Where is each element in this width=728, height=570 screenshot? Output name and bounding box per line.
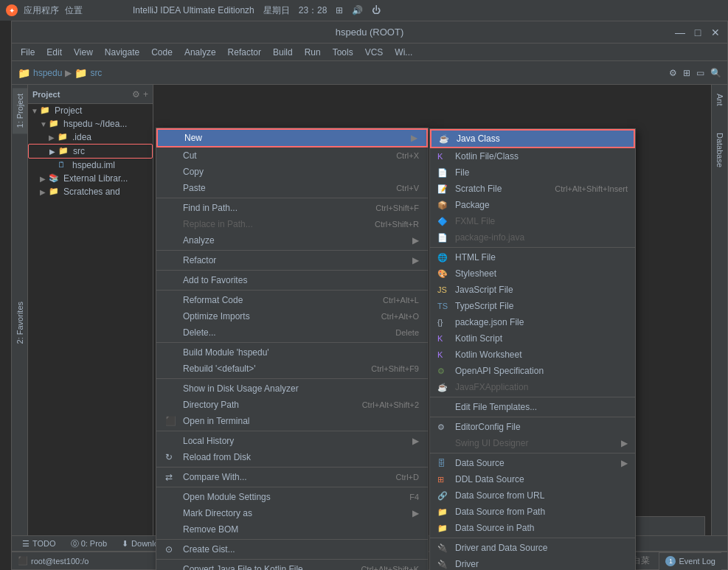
ctx-item-remove-bom[interactable]: Remove BOM <box>156 521 428 538</box>
sub-item-data-source[interactable]: 🗄 Data Source ▶ <box>430 455 635 471</box>
sub-item-java-class[interactable]: ☕ Java Class <box>430 129 635 148</box>
sub-item-js[interactable]: JS JavaScript File <box>430 282 635 298</box>
menu-tools[interactable]: Tools <box>327 46 359 59</box>
ctx-item-disk-usage[interactable]: Show in Disk Usage Analyzer <box>156 380 428 397</box>
toolbar-btn-1[interactable]: ⚙ <box>669 68 677 78</box>
sub-item-ds-in-path[interactable]: 📁 Data Source in Path <box>430 520 635 536</box>
ctx-item-rebuild[interactable]: Rebuild '<default>' Ctrl+Shift+F9 <box>156 361 428 377</box>
menu-wi[interactable]: Wi... <box>389 46 418 59</box>
menu-edit[interactable]: Edit <box>41 46 68 59</box>
todo-icon: ☰ <box>22 539 30 549</box>
sub-item-editorconfig[interactable]: ⚙ EditorConfig File <box>430 419 635 435</box>
ctx-item-refactor[interactable]: Refactor ▶ <box>156 252 428 268</box>
ctx-item-dir-path[interactable]: Directory Path Ctrl+Alt+Shift+2 <box>156 397 428 413</box>
bottom-tab-todo[interactable]: ☰ TODO <box>18 538 60 550</box>
ctx-item-module-settings[interactable]: Open Module Settings F4 <box>156 489 428 505</box>
system-app-label[interactable]: 应用程序 <box>24 4 59 17</box>
ctx-sep-7 <box>156 431 428 431</box>
sub-item-scratch[interactable]: 📝 Scratch File Ctrl+Alt+Shift+Insert <box>430 181 635 197</box>
ctx-item-gist[interactable]: ⊙ Create Gist... <box>156 541 428 557</box>
bottom-tab-problems[interactable]: ⓪ 0: Prob <box>66 537 112 551</box>
sub-item-ds-path[interactable]: 📁 Data Source from Path <box>430 504 635 520</box>
system-position-label[interactable]: 位置 <box>65 4 83 17</box>
ctx-item-paste[interactable]: Paste Ctrl+V <box>156 180 428 196</box>
ctx-item-find-path[interactable]: Find in Path... Ctrl+Shift+F <box>156 200 428 216</box>
right-tab-database[interactable]: Database <box>713 127 727 173</box>
sub-item-ts[interactable]: TS TypeScript File <box>430 298 635 314</box>
tree-item-external[interactable]: ▶ 📚 External Librar... <box>28 172 153 185</box>
ctx-item-copy[interactable]: Copy <box>156 164 428 180</box>
ctx-item-local-history[interactable]: Local History ▶ <box>156 433 428 449</box>
ctx-item-analyze[interactable]: Analyze ▶ <box>156 232 428 248</box>
close-button[interactable]: ✕ <box>710 27 721 38</box>
sub-item-html[interactable]: 🌐 HTML File <box>430 249 635 265</box>
context-menu: New ▶ Cut Ctrl+X Copy Paste Ctrl+V Find … <box>156 128 429 570</box>
menu-analyze[interactable]: Analyze <box>178 46 222 59</box>
sub-item-driver-ds[interactable]: 🔌 Driver and Data Source <box>430 540 635 556</box>
menu-navigate[interactable]: Navigate <box>99 46 145 59</box>
sub-item-kotlin-worksheet[interactable]: K Kotlin Worksheet <box>430 347 635 363</box>
tree-item-scratches[interactable]: ▶ 📁 Scratches and <box>28 185 153 198</box>
ctx-item-replace-path[interactable]: Replace in Path... Ctrl+Shift+R <box>156 216 428 232</box>
tree-item-hspedu[interactable]: ▼ 📁 hspedu ~/Idea... <box>28 117 153 131</box>
menu-vcs[interactable]: VCS <box>359 46 389 59</box>
menu-code[interactable]: Code <box>145 46 178 59</box>
ctx-item-new[interactable]: New ▶ <box>156 128 428 147</box>
tree-item-iml[interactable]: 🗒 hspedu.iml <box>28 159 153 172</box>
ctx-item-compare[interactable]: ⇄ Compare With... Ctrl+D <box>156 469 428 485</box>
panel-settings-icon[interactable]: ⚙ <box>132 89 140 100</box>
toolbar-icon-src: 📁 <box>74 67 87 79</box>
sub-item-openapi[interactable]: ⚙ OpenAPI Specification <box>430 363 635 379</box>
sub-item-swing[interactable]: Swing UI Designer ▶ <box>430 435 635 451</box>
panel-add-icon[interactable]: + <box>143 89 148 100</box>
sub-item-ddl[interactable]: ⊞ DDL Data Source <box>430 471 635 487</box>
tree-item-project[interactable]: ▼ 📁 Project <box>28 104 153 117</box>
ctx-item-reload[interactable]: ↻ Reload from Disk <box>156 449 428 465</box>
sub-item-javafx[interactable]: ☕ JavaFXApplication <box>430 379 635 395</box>
sub-item-kotlin-file[interactable]: K Kotlin File/Class <box>430 148 635 164</box>
terminal-status[interactable]: ⬛ root@test100:/o <box>18 556 89 566</box>
toolbar-search-btn[interactable]: 🔍 <box>710 68 721 78</box>
kotlin-script-icon: K <box>437 334 451 343</box>
event-log-badge: 1 <box>665 556 676 566</box>
toolbar-project[interactable]: hspedu <box>33 68 62 78</box>
toolbar-btn-2[interactable]: ⊞ <box>683 68 690 78</box>
sub-item-kotlin-script[interactable]: K Kotlin Script <box>430 330 635 347</box>
sub-item-fxml[interactable]: 🔷 FXML File <box>430 213 635 229</box>
ddl-icon: ⊞ <box>437 475 451 484</box>
ctx-item-cut[interactable]: Cut Ctrl+X <box>156 147 428 164</box>
menu-run[interactable]: Run <box>299 46 327 59</box>
ctx-item-delete[interactable]: Delete... Delete <box>156 324 428 341</box>
ctx-item-reformat[interactable]: Reformat Code Ctrl+Alt+L <box>156 292 428 308</box>
menu-file[interactable]: File <box>15 46 41 59</box>
sidebar-tab-project[interactable]: 1: Project <box>13 88 27 133</box>
ctx-item-terminal[interactable]: ⬛ Open in Terminal <box>156 413 428 429</box>
sub-item-file[interactable]: 📄 File <box>430 164 635 181</box>
sub-item-package-info[interactable]: 📄 package-info.java <box>430 229 635 246</box>
menu-view[interactable]: View <box>68 46 99 59</box>
sub-item-pkg-json[interactable]: {} package.json File <box>430 314 635 330</box>
sidebar-tab-favorites[interactable]: 2: Favorites <box>13 296 27 350</box>
kotlin-worksheet-icon: K <box>437 350 451 359</box>
toolbar-btn-3[interactable]: ▭ <box>696 68 704 78</box>
sub-item-driver[interactable]: 🔌 Driver <box>430 556 635 570</box>
toolbar-src[interactable]: src <box>90 68 102 78</box>
tree-item-idea[interactable]: ▶ 📁 .idea <box>28 131 153 144</box>
menu-refactor[interactable]: Refactor <box>222 46 267 59</box>
sub-item-edit-templates[interactable]: Edit File Templates... <box>430 399 635 415</box>
minimize-button[interactable]: — <box>674 27 686 38</box>
sub-item-package[interactable]: 📦 Package <box>430 197 635 213</box>
ctx-item-optimize[interactable]: Optimize Imports Ctrl+Alt+O <box>156 308 428 324</box>
tree-item-src[interactable]: ▶ 📁 src <box>28 144 153 159</box>
maximize-button[interactable]: □ <box>692 27 704 38</box>
ctx-item-favorites[interactable]: Add to Favorites <box>156 272 428 288</box>
event-log-button[interactable]: 1 Event Log <box>659 552 721 570</box>
sub-item-stylesheet[interactable]: 🎨 Stylesheet <box>430 265 635 282</box>
sub-item-ds-url[interactable]: 🔗 Data Source from URL <box>430 487 635 504</box>
ctx-item-convert-kotlin[interactable]: Convert Java File to Kotlin File Ctrl+Al… <box>156 561 428 570</box>
ctx-item-mark-dir[interactable]: Mark Directory as ▶ <box>156 505 428 521</box>
ctx-sep-9 <box>156 487 428 487</box>
ctx-item-build-module[interactable]: Build Module 'hspedu' <box>156 344 428 361</box>
right-tab-ant[interactable]: Ant <box>713 88 727 112</box>
menu-build[interactable]: Build <box>267 46 299 59</box>
